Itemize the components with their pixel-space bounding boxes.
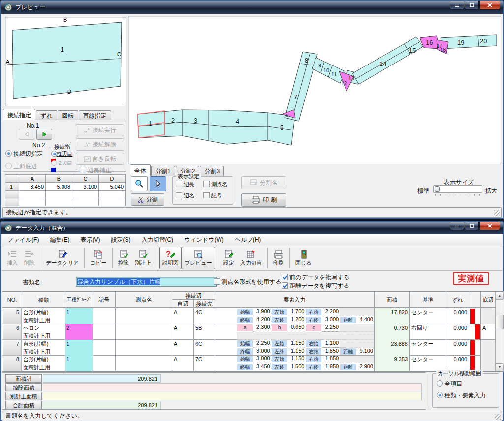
element-value[interactable]: 2.300: [253, 324, 271, 332]
minimize-button[interactable]: [450, 222, 464, 230]
shape-preview-panel[interactable]: A B C D 1: [5, 17, 126, 106]
input-switch-button[interactable]: 入力切替: [237, 247, 265, 269]
element-value[interactable]: 2.250: [322, 324, 340, 332]
menu-input-switch[interactable]: 入力切替(C): [136, 234, 179, 245]
triangle-base-radio[interactable]: 三斜底辺: [5, 162, 37, 171]
element-value[interactable]: 2.900: [356, 363, 374, 371]
col-header-a[interactable]: A: [19, 175, 46, 183]
preview-titlebar[interactable]: プレビュー: [1, 1, 503, 14]
kind-cell[interactable]: ヘロン面積計上用: [22, 324, 65, 340]
col-header-d[interactable]: D: [99, 175, 126, 183]
base-cell[interactable]: 右回り: [410, 324, 446, 340]
scroll-up-button[interactable]: ▲: [496, 292, 504, 300]
next-shape-button[interactable]: [36, 129, 52, 140]
element-cell[interactable]: 始幅2.250左始1.150右始1.100 終幅3.000左終1.150右終1.…: [215, 340, 375, 356]
element-value[interactable]: 0.650: [288, 324, 306, 332]
menu-window[interactable]: ウィンドウ(W): [179, 234, 229, 245]
tab-split1[interactable]: 分割1: [151, 166, 175, 176]
connect-exec-button[interactable]: 接続実行: [76, 124, 124, 136]
tab-line[interactable]: 直線指定: [79, 110, 111, 120]
shift-cell[interactable]: 0.000: [446, 308, 469, 324]
scroll-down-button[interactable]: ▼: [496, 363, 504, 371]
maximize-button[interactable]: [465, 222, 479, 230]
element-value[interactable]: 1.100: [322, 340, 340, 348]
tab-split3[interactable]: 分割3: [200, 166, 224, 176]
row-number-cell[interactable]: 5: [2, 308, 22, 324]
data-input-titlebar[interactable]: データ入力（混合）: [1, 222, 503, 234]
print-button[interactable]: 印 刷: [241, 193, 286, 207]
menu-view[interactable]: 表示(V): [75, 234, 105, 245]
own-edge-cell[interactable]: A: [172, 356, 194, 371]
kind-cell[interactable]: 台形(片幅)面積計上用: [22, 308, 65, 324]
resize-grip[interactable]: [495, 414, 501, 420]
group-cell[interactable]: 1: [65, 340, 93, 356]
kind-element-radio[interactable]: 種類・要素入力: [437, 391, 486, 400]
element-value[interactable]: 9.100: [356, 348, 374, 356]
connect-dest-cell[interactable]: 6C: [194, 340, 215, 356]
minimize-button[interactable]: [450, 1, 464, 10]
element-value[interactable]: 3.000: [322, 316, 340, 324]
group-cell[interactable]: 2: [65, 324, 93, 340]
own-edge-cell[interactable]: A: [172, 308, 194, 324]
cell[interactable]: [99, 191, 126, 198]
row-header[interactable]: 1: [5, 183, 19, 191]
point-name-cell[interactable]: [116, 308, 172, 324]
maximize-button[interactable]: [465, 1, 479, 10]
flip-direction-button[interactable]: 向き反転: [76, 153, 124, 165]
element-value[interactable]: 1.950: [322, 363, 340, 371]
element-value[interactable]: 3.450: [253, 363, 271, 371]
base-cell[interactable]: センター: [410, 340, 446, 356]
element-value[interactable]: 1.200: [288, 316, 306, 324]
element-value[interactable]: 1.700: [288, 308, 306, 316]
cell-d[interactable]: 5.040: [99, 183, 126, 191]
connect-dest-cell[interactable]: 5B: [194, 324, 215, 340]
menu-help[interactable]: ヘルプ(H): [229, 234, 267, 245]
bottom-edge-cell[interactable]: [481, 356, 495, 371]
cell-c[interactable]: 3.100: [72, 183, 99, 191]
strip-19-20[interactable]: [441, 35, 497, 49]
point-name-cell[interactable]: [116, 324, 172, 340]
element-value[interactable]: 1.850: [322, 356, 340, 363]
element-value[interactable]: 2.200: [322, 308, 340, 316]
shift-cell[interactable]: 0.000: [446, 324, 469, 340]
mark-cell[interactable]: [93, 324, 116, 340]
point-format-checkbox[interactable]: 測点名形式を使用する: [214, 278, 281, 286]
delete-button[interactable]: 削除: [21, 247, 37, 269]
menu-settings[interactable]: 設定(S): [105, 234, 136, 245]
cell[interactable]: [19, 198, 46, 206]
edge2-radio[interactable]: 2辺目: [51, 160, 77, 173]
deduction-button[interactable]: 控除: [115, 247, 132, 269]
edge-length-checkbox[interactable]: 辺長: [176, 181, 194, 188]
cell[interactable]: [99, 198, 126, 206]
element-value[interactable]: 3.000: [253, 348, 271, 356]
point-name-cell[interactable]: [116, 356, 172, 371]
base-cell[interactable]: センター: [410, 356, 446, 371]
element-value[interactable]: 1.150: [288, 348, 306, 356]
element-cell[interactable]: 始幅3.900左始1.700右始2.200 終幅4.200左終1.200右終3.…: [215, 308, 375, 324]
insert-button[interactable]: 挿入: [4, 247, 21, 269]
tab-zure[interactable]: ずれ: [36, 110, 57, 120]
cell[interactable]: [46, 198, 72, 206]
base-cell[interactable]: センター: [410, 308, 446, 324]
element-cell[interactable]: a2.300b0.650c2.250: [215, 324, 375, 340]
close-window-button[interactable]: 閉じる: [292, 247, 315, 269]
element-value[interactable]: 4.400: [356, 316, 374, 324]
diagram-canvas[interactable]: 1 2 3 4 5 6 7 8 9 10 11 12 13 14 15 16 1…: [128, 16, 501, 164]
shift-cell[interactable]: 0.000: [446, 340, 469, 356]
menu-file[interactable]: ファイル(F): [2, 234, 44, 245]
split-name-button[interactable]: 分割名: [241, 176, 286, 189]
cell[interactable]: [46, 191, 72, 198]
point-name-cell[interactable]: [116, 340, 172, 356]
connect-dest-cell[interactable]: 7C: [194, 356, 215, 371]
element-value[interactable]: 1.150: [288, 356, 306, 363]
group-cell[interactable]: 1: [65, 308, 93, 324]
own-edge-cell[interactable]: A: [172, 324, 194, 340]
slider-thumb[interactable]: [435, 186, 440, 192]
row-header[interactable]: [5, 191, 19, 198]
docname-input[interactable]: 混合入力サンプル（下水）片幅: [76, 277, 217, 287]
connect-dest-cell[interactable]: 4C: [194, 308, 215, 324]
cell-b[interactable]: 5.008: [46, 183, 72, 191]
table-row[interactable]: 6 ヘロン面積計上用 2 A 5B a2.300b0.650c2.250 0.7…: [2, 324, 495, 340]
shift-cell[interactable]: 0.000: [446, 356, 469, 371]
zoom-tool-button[interactable]: [131, 176, 148, 191]
